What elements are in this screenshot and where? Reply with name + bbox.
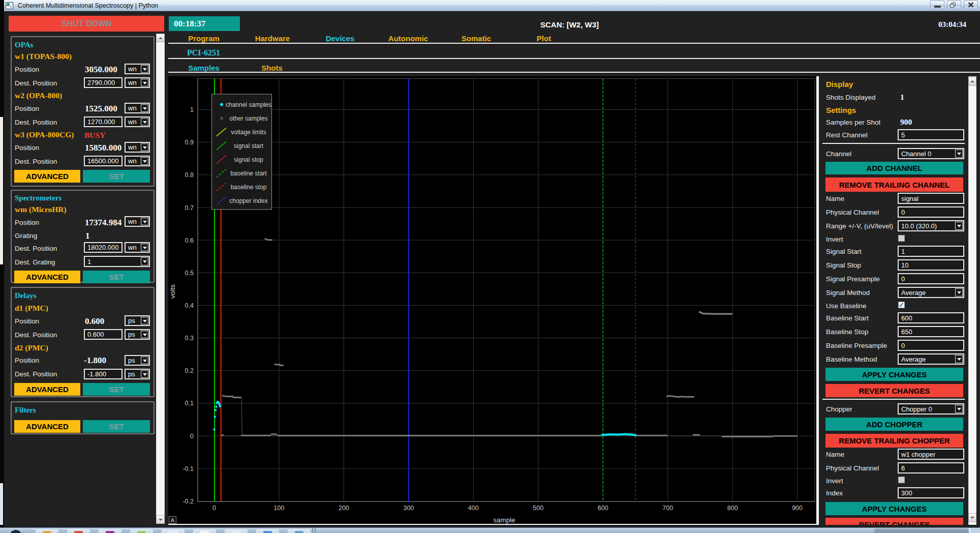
svg-text:700: 700 [662, 505, 673, 512]
svg-text:voltage limits: voltage limits [231, 129, 266, 136]
svg-text:0.4: 0.4 [185, 302, 194, 309]
svg-text:1: 1 [190, 106, 194, 113]
svg-text:600: 600 [598, 505, 608, 512]
svg-text:volts: volts [169, 284, 176, 299]
svg-text:0.6: 0.6 [185, 237, 194, 244]
svg-text:900: 900 [792, 505, 803, 512]
svg-text:chopper index: chopper index [229, 197, 267, 204]
svg-text:other samples: other samples [229, 115, 267, 122]
svg-text:0: 0 [190, 433, 194, 440]
svg-text:0.7: 0.7 [185, 204, 194, 212]
svg-text:0.2: 0.2 [185, 367, 194, 374]
svg-text:100: 100 [274, 505, 285, 512]
svg-text:0.5: 0.5 [185, 270, 194, 277]
svg-text:baseline stop: baseline stop [231, 184, 267, 191]
svg-text:sample: sample [493, 516, 515, 524]
svg-text:0: 0 [212, 505, 216, 512]
svg-text:signal start: signal start [234, 142, 264, 150]
svg-text:-0.2: -0.2 [182, 498, 194, 505]
svg-text:-0.1: -0.1 [182, 465, 194, 472]
svg-text:0.1: 0.1 [185, 400, 194, 407]
svg-text:500: 500 [533, 505, 543, 512]
svg-text:200: 200 [339, 505, 349, 512]
svg-text:baseline start: baseline start [230, 170, 267, 177]
svg-text:400: 400 [468, 505, 479, 512]
svg-text:0.3: 0.3 [185, 335, 194, 342]
svg-text:0.8: 0.8 [185, 171, 194, 179]
svg-text:300: 300 [403, 505, 414, 512]
svg-text:0.9: 0.9 [185, 139, 194, 146]
svg-text:800: 800 [727, 505, 738, 512]
svg-text:signal stop: signal stop [234, 156, 263, 163]
svg-text:channel samples: channel samples [226, 101, 271, 108]
